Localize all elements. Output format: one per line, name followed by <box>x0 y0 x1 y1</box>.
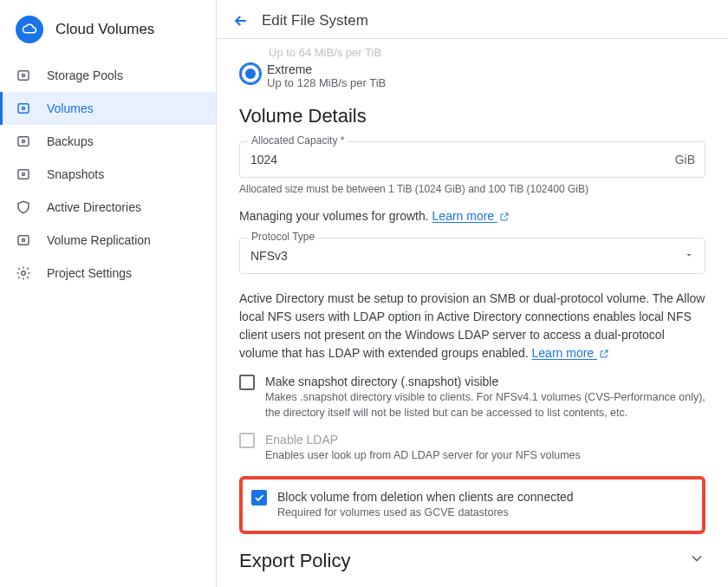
sidebar-item-label: Active Directories <box>47 200 141 214</box>
checkbox-sub: Required for volumes used as GCVE datast… <box>277 505 574 521</box>
snapshot-visibility-option[interactable]: Make snapshot directory (.snapshot) visi… <box>239 375 705 421</box>
section-heading-export-policy: Export Policy <box>239 550 350 572</box>
sidebar-item-backups[interactable]: Backups <box>0 125 216 158</box>
allocated-capacity-helper: Allocated size must be between 1 TiB (10… <box>239 183 705 195</box>
checkbox-icon[interactable] <box>251 490 267 505</box>
protocol-type-select[interactable]: NFSv3 <box>239 238 705 274</box>
checkbox-label: Enable LDAP <box>265 433 581 447</box>
svg-rect-8 <box>18 236 29 245</box>
select-value: NFSv3 <box>250 249 288 263</box>
disk-icon <box>16 134 31 149</box>
block-deletion-option[interactable]: Block volume from deletion when clients … <box>251 490 693 521</box>
sidebar-item-label: Snapshots <box>47 167 104 181</box>
highlight-box: Block volume from deletion when clients … <box>239 476 705 535</box>
arrow-left-icon <box>232 12 250 29</box>
sidebar-item-label: Backups <box>47 134 94 148</box>
export-policy-header[interactable]: Export Policy <box>239 550 705 572</box>
field-label: Protocol Type <box>248 231 318 243</box>
external-link-icon <box>599 349 609 359</box>
svg-point-10 <box>22 271 26 276</box>
learn-more-link[interactable]: Learn more <box>432 209 510 223</box>
sidebar-item-active-directories[interactable]: Active Directories <box>0 191 216 224</box>
nav-list: Storage Pools Volumes Backups Snapshots … <box>0 59 216 290</box>
svg-point-1 <box>23 75 25 77</box>
cloud-icon <box>16 16 43 43</box>
svg-point-5 <box>23 140 25 143</box>
allocated-capacity-input[interactable] <box>239 141 705 178</box>
checkbox-icon <box>239 433 255 448</box>
sidebar-item-storage-pools[interactable]: Storage Pools <box>0 59 216 92</box>
svg-rect-0 <box>18 71 29 81</box>
checkbox-label: Make snapshot directory (.snapshot) visi… <box>265 375 705 388</box>
back-button[interactable] <box>232 12 250 29</box>
chevron-down-icon <box>688 550 705 572</box>
tier-label: Extreme <box>267 62 386 76</box>
svg-rect-6 <box>18 170 29 179</box>
ad-info-text: Active Directory must be setup to provis… <box>239 290 705 362</box>
checkbox-sub: Makes .snapshot directory visible to cli… <box>265 390 705 421</box>
radio-icon[interactable] <box>239 62 262 85</box>
sidebar: Cloud Volumes Storage Pools Volumes Back… <box>0 0 217 587</box>
topbar: Edit File System <box>217 0 728 39</box>
disk-icon <box>16 232 31 248</box>
main-content: Edit File System Up to 64 MiB/s per TiB … <box>217 0 728 587</box>
sidebar-item-snapshots[interactable]: Snapshots <box>0 158 216 191</box>
prev-tier-sub: Up to 64 MiB/s per TiB <box>269 46 705 59</box>
field-label: Allocated Capacity * <box>248 134 348 147</box>
sidebar-item-label: Volume Replication <box>47 233 151 247</box>
growth-text: Managing your volumes for growth. Learn … <box>239 207 705 225</box>
brand-title: Cloud Volumes <box>55 21 154 38</box>
svg-point-3 <box>23 108 25 110</box>
svg-point-9 <box>23 239 25 242</box>
svg-rect-2 <box>18 104 29 114</box>
sidebar-item-volume-replication[interactable]: Volume Replication <box>0 224 216 257</box>
external-link-icon <box>499 212 510 222</box>
section-heading-volume-details: Volume Details <box>239 105 705 127</box>
brand: Cloud Volumes <box>0 9 216 59</box>
learn-more-link[interactable]: Learn more <box>532 346 609 360</box>
sidebar-item-label: Storage Pools <box>47 68 123 82</box>
checkbox-label: Block volume from deletion when clients … <box>277 490 574 504</box>
disk-icon <box>16 101 31 116</box>
tier-sub: Up to 128 MiB/s per TiB <box>267 76 386 89</box>
disk-icon <box>16 166 31 182</box>
check-icon <box>253 492 265 504</box>
svg-rect-4 <box>18 137 29 147</box>
page-title: Edit File System <box>262 12 368 29</box>
gear-icon <box>16 265 31 281</box>
sidebar-item-project-settings[interactable]: Project Settings <box>0 257 216 290</box>
protocol-type-field: Protocol Type NFSv3 <box>239 238 705 274</box>
disk-icon <box>16 68 31 83</box>
enable-ldap-option: Enable LDAP Enables user look up from AD… <box>239 433 705 464</box>
sidebar-item-label: Project Settings <box>47 266 132 280</box>
svg-point-7 <box>23 173 25 176</box>
sidebar-item-label: Volumes <box>47 101 94 115</box>
chevron-down-icon <box>684 249 694 263</box>
tier-option-extreme[interactable]: Extreme Up to 128 MiB/s per TiB <box>239 62 705 89</box>
allocated-capacity-field: Allocated Capacity * GiB <box>239 141 705 178</box>
sidebar-item-volumes[interactable]: Volumes <box>0 92 216 125</box>
unit-label: GiB <box>675 153 695 166</box>
shield-icon <box>16 199 31 215</box>
checkbox-icon[interactable] <box>239 375 255 390</box>
checkbox-sub: Enables user look up from AD LDAP server… <box>265 448 581 464</box>
